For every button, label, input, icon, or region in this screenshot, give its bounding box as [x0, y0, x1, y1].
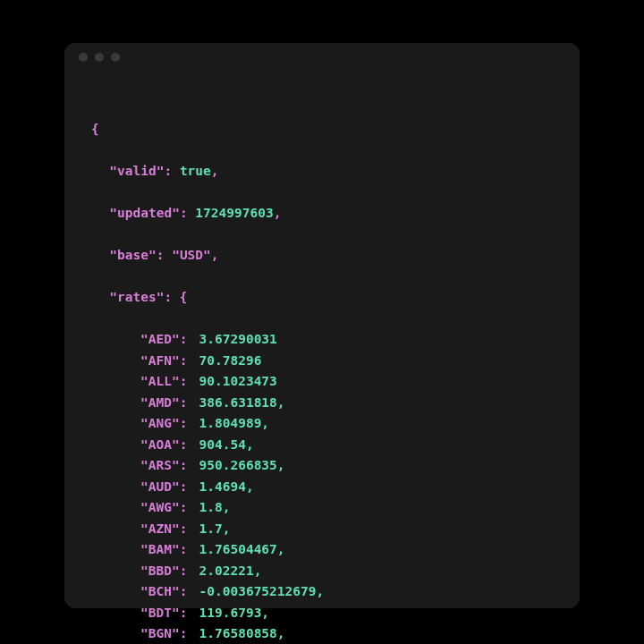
val-base: "USD" [172, 248, 211, 262]
rate-line: "BDT":119.6793, [91, 603, 553, 623]
val-updated: 1724997603 [195, 206, 273, 220]
rate-value: 904.54, [199, 437, 254, 452]
rate-value: 119.6793, [199, 606, 270, 620]
rate-line: "BAM":1.76504467, [91, 539, 553, 560]
rate-line: "AZN":1.7, [91, 519, 553, 539]
rate-key: "BCH" [140, 584, 180, 598]
rate-key: "AUD" [140, 479, 180, 494]
val-valid: true [180, 164, 211, 178]
rate-line: "ARS":950.266835, [91, 455, 553, 476]
rate-line: "AOA":904.54, [91, 435, 553, 455]
rate-line: "BBD":2.02221, [91, 561, 553, 581]
rate-key: "AOA" [140, 437, 180, 452]
key-rates: "rates" [109, 290, 164, 304]
rate-line: "ALL":90.1023473 [91, 371, 553, 392]
rate-key: "AED" [140, 332, 180, 346]
key-base: "base" [109, 248, 156, 262]
rate-value: 386.631818, [199, 395, 285, 410]
rate-value: 1.7, [199, 521, 231, 536]
key-valid: "valid" [109, 164, 164, 178]
key-updated: "updated" [109, 206, 180, 220]
rate-line: "AWG":1.8, [91, 497, 553, 518]
rate-line: "ANG":1.804989, [91, 413, 553, 434]
rate-key: "AMD" [140, 395, 180, 410]
rate-key: "AFN" [140, 353, 180, 368]
rate-value: 90.1023473 [199, 374, 277, 388]
rate-value: 3.67290031 [199, 332, 277, 346]
rate-line: "AFN":70.78296 [91, 351, 553, 371]
rate-key: "BGN" [140, 626, 180, 640]
rate-value: 1.76580858, [199, 626, 285, 640]
rate-key: "AWG" [140, 500, 180, 514]
rate-value: 70.78296 [199, 353, 262, 368]
rate-value: -0.003675212679, [199, 584, 325, 598]
window-titlebar [64, 43, 580, 72]
rate-line: "AUD":1.4694, [91, 477, 553, 497]
rate-value: 1.804989, [199, 416, 270, 430]
rate-line: "BGN":1.76580858, [91, 623, 553, 644]
brace-open: { [91, 122, 99, 136]
rate-key: "AZN" [140, 521, 180, 536]
rate-key: "ARS" [140, 458, 180, 472]
rate-key: "BDT" [140, 606, 180, 620]
rate-value: 950.266835, [199, 458, 285, 472]
traffic-light-minimize-icon[interactable] [95, 53, 104, 62]
rate-line: "BCH":-0.003675212679, [91, 581, 553, 602]
traffic-light-zoom-icon[interactable] [111, 53, 120, 62]
rate-value: 1.8, [199, 500, 231, 514]
rate-value: 2.02221, [199, 564, 262, 578]
rate-line: "AMD":386.631818, [91, 393, 553, 413]
rate-key: "ANG" [140, 416, 180, 430]
traffic-light-close-icon[interactable] [79, 53, 88, 62]
code-window: { "valid": true, "updated": 1724997603, … [64, 43, 580, 608]
rate-value: 1.4694, [199, 479, 254, 494]
rate-key: "BBD" [140, 564, 180, 578]
rate-key: "ALL" [140, 374, 180, 388]
code-block: { "valid": true, "updated": 1724997603, … [64, 72, 580, 644]
rate-key: "BAM" [140, 542, 180, 556]
rate-line: "AED":3.67290031 [91, 329, 553, 350]
rate-value: 1.76504467, [199, 542, 285, 556]
